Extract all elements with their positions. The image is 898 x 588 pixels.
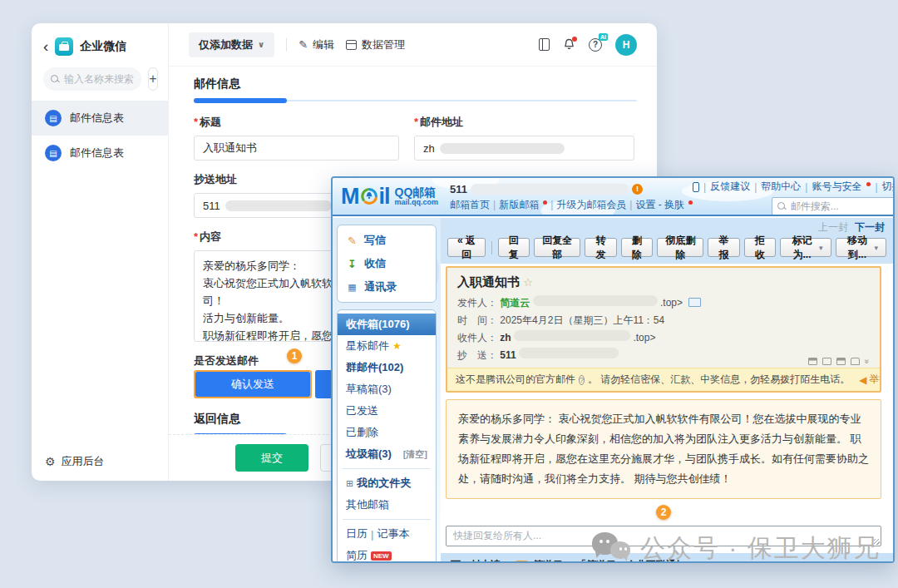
- edit-button[interactable]: ✎ 编辑: [299, 37, 334, 52]
- form-toolbar: 仅添加数据 ∨ ✎ 编辑 数据管理: [169, 23, 657, 67]
- mobile-icon[interactable]: [693, 182, 699, 192]
- sidebar-item-mail-form-2[interactable]: ▤ 邮件信息表: [32, 136, 168, 170]
- nav-upgrade-member[interactable]: 升级为邮箱会员: [556, 198, 626, 212]
- docs-icon[interactable]: [539, 38, 550, 51]
- reply-button[interactable]: 回复: [498, 238, 530, 257]
- top-links: | 反馈建议| 帮助中心| 账号与安全| 切换账号| 退出: [693, 180, 893, 194]
- reply-all-button[interactable]: 回复全部: [534, 238, 581, 257]
- link-feedback[interactable]: 反馈建议: [710, 180, 750, 194]
- mail-search-input[interactable]: 邮件搜索... ▾: [772, 197, 893, 215]
- new-window-icon[interactable]: [822, 358, 831, 365]
- reject-button[interactable]: 拒收: [744, 238, 776, 257]
- new-badge: NEW: [371, 551, 392, 561]
- back-chevron-icon[interactable]: ‹: [43, 41, 48, 52]
- add-form-button[interactable]: +: [148, 67, 158, 91]
- mail-toolbar-top: « 返回 回复 回复全部 转发 删除 彻底删除 举报 拒收 标记为...▾ 移动…: [441, 235, 893, 264]
- contacts-icon: ▦: [346, 282, 358, 293]
- form-doc-icon: ▤: [45, 110, 62, 126]
- redacted-text: [533, 295, 658, 306]
- sidebar-item-mail-form-1[interactable]: ▤ 邮件信息表: [32, 101, 168, 136]
- help-icon[interactable]: ?: [579, 375, 585, 385]
- table-icon: [346, 40, 357, 50]
- mark-as-dropdown[interactable]: 标记为...▾: [780, 238, 831, 257]
- notifications-button[interactable]: [563, 38, 575, 51]
- wecom-sidebar-header: ‹ 企业微信: [32, 23, 168, 66]
- folder-group-mail[interactable]: 群邮件(102): [338, 357, 436, 378]
- brand-domain: mail.qq.com: [395, 199, 439, 206]
- receive-mail-button[interactable]: ↧ 收信: [338, 252, 436, 275]
- forward-button[interactable]: 转发: [585, 238, 616, 257]
- star-outline-icon[interactable]: ☆: [523, 276, 533, 289]
- contact-card-icon[interactable]: [688, 298, 701, 307]
- back-button[interactable]: « 返回: [447, 238, 486, 257]
- screen: ‹ 企业微信 输入名称来搜索 + ▤ 邮件信息表 ▤ 邮件信息表 ⚙: [0, 0, 898, 588]
- mail-body: 亲爱的杨乐多同学： 衷心祝贺您正式加入帆软软件有限公司！您在选拔中展现的专业素养…: [446, 399, 881, 499]
- mail-logo-ring-icon: [360, 187, 378, 205]
- tool-calendar-notebook[interactable]: 日历|记事本: [338, 523, 436, 545]
- mail-reading-pane: 入职通知书 ☆ 发件人： 简道云 .top>: [441, 264, 893, 561]
- email-label: 邮件地址: [414, 115, 634, 130]
- print-icon[interactable]: [851, 358, 860, 365]
- link-switch-account[interactable]: 切换账号: [882, 180, 893, 194]
- app-title: 企业微信: [80, 39, 126, 54]
- report-button[interactable]: 举报: [708, 238, 739, 257]
- confirm-send-button[interactable]: 确认发送: [195, 372, 310, 397]
- qqmail-main: 上一封 下一封 « 返回 回复 回复全部 转发 删除 彻底删除 举报 拒收 标记…: [441, 218, 893, 561]
- tool-resume[interactable]: 简历NEW: [338, 545, 436, 563]
- help-button[interactable]: ? AI: [589, 38, 602, 52]
- move-to-dropdown[interactable]: 移动到...▾: [836, 238, 887, 257]
- qqmail-sidebar: ✎ 写信 ↧ 收信 ▦ 通讯录 收件箱(1076) 星标邮件★ 群邮件(: [333, 218, 441, 561]
- title-input[interactable]: 入职通知书: [194, 136, 399, 161]
- prev-mail-link[interactable]: 上一封: [818, 220, 848, 235]
- sender-name[interactable]: 简道云: [500, 297, 530, 309]
- folder-drafts[interactable]: 草稿箱(3): [338, 378, 436, 400]
- contacts-button[interactable]: ▦ 通讯录: [338, 275, 436, 299]
- avatar[interactable]: H: [615, 34, 637, 56]
- delete-button[interactable]: 删除: [621, 238, 653, 257]
- folder-starred[interactable]: 星标邮件★: [338, 335, 436, 357]
- report-spam-link[interactable]: 举报垃圾邮件: [870, 373, 880, 387]
- phishing-warning-bar: 这不是腾讯公司的官方邮件 ? 。 请勿轻信密保、汇款、中奖信息，勿轻易拨打陌生电…: [447, 368, 880, 391]
- nav-new-mail[interactable]: 新版邮箱: [499, 198, 539, 212]
- expand-icon[interactable]: ⊞: [346, 478, 353, 489]
- folder-spam[interactable]: 垃圾箱(3)[清空]: [338, 443, 436, 465]
- compose-box: ✎ 写信 ↧ 收信 ▦ 通讯录: [337, 225, 437, 303]
- link-help-center[interactable]: 帮助中心: [761, 180, 801, 194]
- brand-name: QQ邮箱: [395, 186, 439, 199]
- folder-sent[interactable]: 已发送: [338, 400, 436, 422]
- folder-inbox[interactable]: 收件箱(1076): [338, 314, 436, 335]
- warning-icon[interactable]: !: [632, 184, 643, 195]
- link-account-security[interactable]: 账号与安全: [812, 180, 861, 194]
- red-dot: [543, 200, 547, 205]
- group-other-mailboxes[interactable]: 其他邮箱: [338, 494, 436, 516]
- form-doc-icon: ▤: [45, 145, 62, 161]
- group-my-folders[interactable]: ⊞我的文件夹: [338, 472, 436, 494]
- folder-box: 收件箱(1076) 星标邮件★ 群邮件(102) 草稿箱(3) 已发送 已删除 …: [337, 309, 437, 563]
- popout-icon[interactable]: [808, 358, 817, 365]
- receive-icon: ↧: [346, 258, 358, 270]
- nav-mail-home[interactable]: 邮箱首页: [450, 198, 490, 212]
- meta-from: 发件人： 简道云 .top>: [457, 294, 870, 312]
- collapse-icon[interactable]: »: [863, 359, 872, 364]
- email-input[interactable]: zh: [414, 136, 634, 161]
- add-data-only-dropdown[interactable]: 仅添加数据 ∨: [189, 32, 274, 57]
- delete-forever-button[interactable]: 彻底删除: [657, 238, 704, 257]
- app-backend-button[interactable]: ⚙ 应用后台: [45, 454, 105, 469]
- empty-spam-button[interactable]: [清空]: [403, 448, 427, 461]
- qqmail-logo[interactable]: M il QQ邮箱 mail.qq.com: [333, 184, 438, 210]
- next-mail-link[interactable]: 下一封: [855, 220, 885, 235]
- nav-settings-skin[interactable]: 设置 - 换肤: [635, 198, 684, 212]
- wechat-icon: [592, 531, 632, 566]
- archive-icon[interactable]: [836, 358, 846, 365]
- redacted-text: [519, 348, 619, 358]
- meta-time: 时 间： 2025年4月2日（星期三）上午11：54: [457, 312, 870, 329]
- write-icon: ✎: [346, 235, 358, 247]
- mail-header-box: 入职通知书 ☆ 发件人： 简道云 .top>: [446, 266, 881, 393]
- compose-write-button[interactable]: ✎ 写信: [338, 229, 436, 252]
- submit-button[interactable]: 提交: [235, 444, 308, 472]
- folder-deleted[interactable]: 已删除: [338, 422, 436, 443]
- mail-action-icons: »: [808, 357, 870, 366]
- data-manage-button[interactable]: 数据管理: [346, 37, 405, 52]
- wecom-sidebar: ‹ 企业微信 输入名称来搜索 + ▤ 邮件信息表 ▤ 邮件信息表 ⚙: [32, 23, 169, 481]
- sidebar-search-input[interactable]: 输入名称来搜索: [43, 67, 141, 91]
